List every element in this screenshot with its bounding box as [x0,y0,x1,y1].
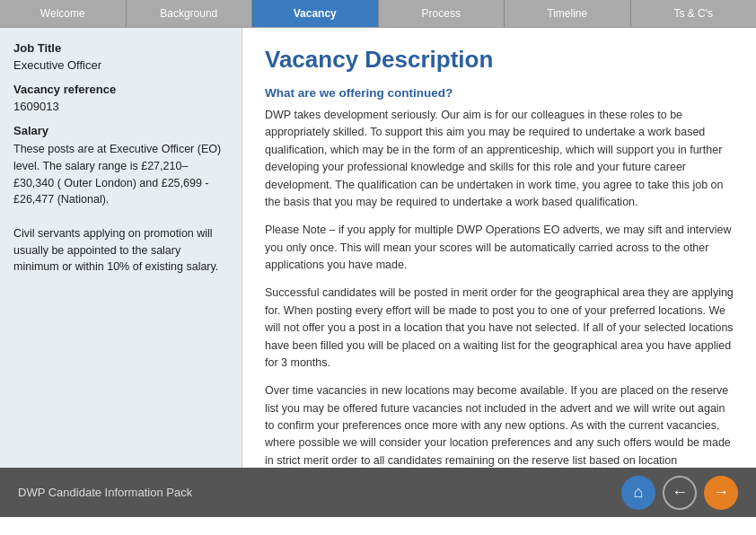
vacancy-ref-value: 1609013 [13,100,228,113]
forward-button[interactable]: → [704,476,738,510]
job-title-label: Job Title [13,41,228,55]
page-title: Vacancy Description [265,46,734,74]
paragraph-3: Successful candidates will be posted in … [265,285,734,372]
paragraph-2: Please Note – if you apply for multiple … [265,222,734,274]
paragraph-1: DWP takes development seriously. Our aim… [265,107,734,211]
nav-tab-background[interactable]: Background [127,0,253,27]
nav-tab-ts-cs[interactable]: Ts & C's [631,0,757,27]
nav-tab-timeline[interactable]: Timeline [505,0,631,27]
footer-icons: ⌂ ← → [621,476,738,510]
vacancy-ref-label: Vacancy reference [13,83,228,96]
paragraph-4: Over time vacancies in new locations may… [265,382,734,468]
nav-tab-welcome[interactable]: Welcome [0,0,127,27]
back-button[interactable]: ← [663,476,697,510]
salary-label: Salary [13,124,228,137]
salary-text: These posts are at Executive Officer (EO… [13,141,228,276]
navigation-bar: WelcomeBackgroundVacancyProcessTimelineT… [0,0,756,28]
main-content: Job Title Executive Officer Vacancy refe… [0,28,756,468]
nav-tab-vacancy[interactable]: Vacancy [252,0,379,27]
nav-tab-process[interactable]: Process [379,0,505,27]
footer-text: DWP Candidate Information Pack [18,486,192,499]
footer: DWP Candidate Information Pack ⌂ ← → [0,468,756,517]
sidebar: Job Title Executive Officer Vacancy refe… [0,28,242,468]
section-heading: What are we offering continued? [265,86,734,100]
content-area: Vacancy Description What are we offering… [242,28,756,468]
home-button[interactable]: ⌂ [621,476,655,510]
job-title-value: Executive Officer [13,58,228,72]
